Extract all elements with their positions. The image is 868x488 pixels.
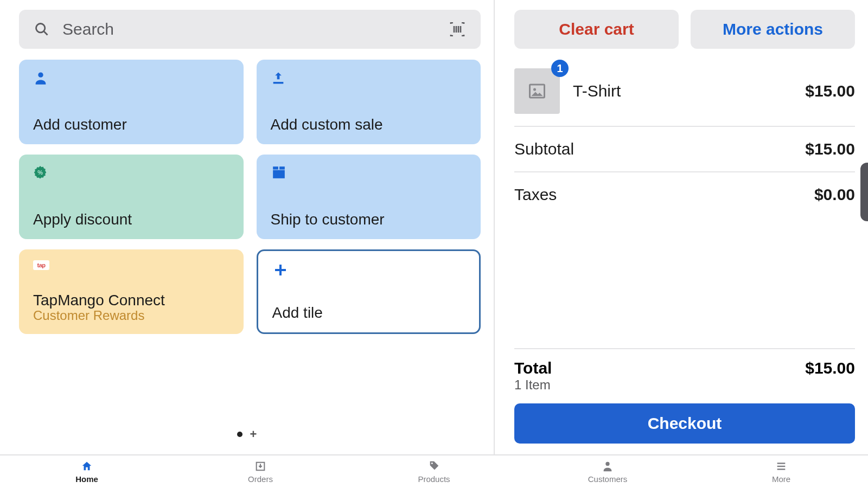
bottom-nav: Home Orders Products Customers More xyxy=(0,454,868,488)
cart-item-price: $15.00 xyxy=(805,82,855,100)
barcode-scan-icon[interactable] xyxy=(449,22,465,36)
more-actions-button[interactable]: More actions xyxy=(691,10,855,49)
drawer-handle[interactable]: ‹ xyxy=(860,163,868,221)
nav-home[interactable]: Home xyxy=(49,460,125,484)
add-page-icon[interactable]: + xyxy=(250,427,257,441)
tile-label: Add tile xyxy=(272,304,465,322)
svg-point-6 xyxy=(38,73,43,78)
person-icon xyxy=(601,460,615,472)
cart-item-name: T-Shirt xyxy=(573,82,805,100)
total-item-count: 1 Item xyxy=(514,377,552,393)
tile-label: Ship to customer xyxy=(271,211,467,228)
upload-icon xyxy=(271,70,286,86)
svg-rect-10 xyxy=(279,166,285,169)
tag-icon xyxy=(427,460,441,472)
product-image-placeholder-icon xyxy=(514,68,560,114)
tile-label: TapMango Connect xyxy=(33,292,229,309)
clear-cart-label: Clear cart xyxy=(559,20,634,38)
checkout-button[interactable]: Checkout xyxy=(514,403,855,444)
svg-line-1 xyxy=(44,31,47,35)
tapmango-badge-icon: tap xyxy=(33,260,229,270)
add-customer-tile[interactable]: Add customer xyxy=(19,60,244,144)
inbox-icon xyxy=(253,460,267,472)
subtotal-value: $15.00 xyxy=(805,140,855,158)
clear-cart-button[interactable]: Clear cart xyxy=(514,10,679,49)
total-value: $15.00 xyxy=(805,359,855,377)
tile-label: Add custom sale xyxy=(271,116,467,133)
svg-point-15 xyxy=(431,463,433,464)
package-icon xyxy=(271,165,286,181)
nav-more[interactable]: More xyxy=(743,460,819,484)
search-icon xyxy=(34,22,49,37)
tile-label: Add customer xyxy=(33,116,229,133)
add-tile-button[interactable]: Add tile xyxy=(257,249,481,334)
taxes-row: Taxes $0.00 xyxy=(514,172,855,217)
tapmango-tile[interactable]: tap TapMango Connect Customer Rewards xyxy=(19,249,244,334)
add-custom-sale-tile[interactable]: Add custom sale xyxy=(257,60,481,144)
subtotal-row: Subtotal $15.00 xyxy=(514,127,855,172)
tile-label: Apply discount xyxy=(33,211,229,228)
page-indicator: + xyxy=(0,427,494,441)
quantity-badge: 1 xyxy=(551,60,569,77)
total-row: Total 1 Item $15.00 xyxy=(514,359,855,393)
svg-rect-8 xyxy=(273,170,285,178)
person-icon xyxy=(33,70,48,86)
search-placeholder: Search xyxy=(62,20,449,38)
nav-label: Products xyxy=(418,474,450,484)
nav-label: More xyxy=(772,474,790,484)
cart-item[interactable]: 1 T-Shirt $15.00 xyxy=(514,68,855,127)
subtotal-label: Subtotal xyxy=(514,140,574,158)
svg-point-0 xyxy=(36,24,45,33)
plus-icon xyxy=(272,262,288,277)
nav-products[interactable]: Products xyxy=(396,460,472,484)
tile-sublabel: Customer Rewards xyxy=(33,308,229,323)
svg-rect-9 xyxy=(273,166,278,169)
svg-point-14 xyxy=(533,88,536,91)
menu-icon xyxy=(774,460,788,472)
total-label: Total xyxy=(514,359,552,377)
nav-label: Orders xyxy=(248,474,273,484)
svg-text:%: % xyxy=(37,169,43,176)
taxes-value: $0.00 xyxy=(814,185,855,204)
nav-orders[interactable]: Orders xyxy=(222,460,298,484)
checkout-label: Checkout xyxy=(648,414,722,433)
page-dot-icon xyxy=(237,432,242,437)
more-actions-label: More actions xyxy=(723,20,823,38)
nav-label: Home xyxy=(75,474,98,484)
ship-to-customer-tile[interactable]: Ship to customer xyxy=(257,155,481,239)
taxes-label: Taxes xyxy=(514,185,557,204)
svg-point-16 xyxy=(605,461,609,465)
home-icon xyxy=(80,460,94,472)
nav-customers[interactable]: Customers xyxy=(570,460,646,484)
apply-discount-tile[interactable]: % Apply discount xyxy=(19,155,244,239)
discount-badge-icon: % xyxy=(33,165,48,181)
search-bar[interactable]: Search xyxy=(19,10,481,49)
nav-label: Customers xyxy=(588,474,628,484)
